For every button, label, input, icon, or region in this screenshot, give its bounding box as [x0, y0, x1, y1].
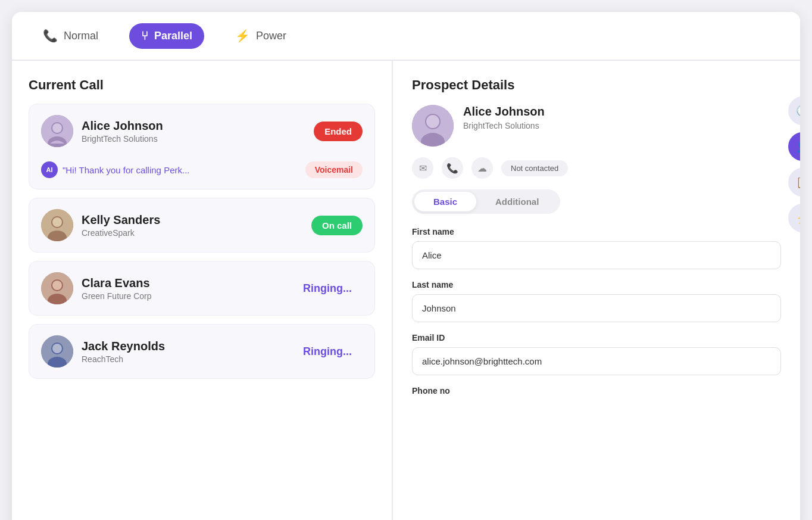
- voicemail-badge[interactable]: Voicemail: [305, 161, 363, 178]
- tab-additional[interactable]: Additional: [476, 192, 558, 211]
- call-card-kelly-main: Kelly Sanders CreativeSpark On call: [41, 209, 363, 241]
- call-card-jack-left: Jack Reynolds ReachTech: [41, 335, 165, 368]
- email-group: Email ID: [412, 333, 781, 375]
- sidebar-notes-icon[interactable]: 📋: [788, 168, 800, 197]
- contact-icons-row: ✉ 📞 ☁ Not contacted: [412, 157, 781, 179]
- prospect-info: Alice Johnson BrightTech Solutions: [463, 105, 545, 130]
- tab-power[interactable]: ⚡ Power: [223, 23, 298, 49]
- first-name-group: First name: [412, 227, 781, 269]
- kelly-company: CreativeSpark: [82, 228, 160, 238]
- clara-status-badge: Ringing...: [292, 278, 363, 300]
- tab-parallel-label: Parallel: [154, 30, 192, 42]
- avatar-clara: [41, 272, 73, 304]
- call-card-clara[interactable]: Clara Evans Green Future Corp Ringing...: [29, 261, 375, 316]
- kelly-info: Kelly Sanders CreativeSpark: [82, 213, 160, 238]
- call-card-alice-left: Alice Johnson BrightTech Solutions: [41, 115, 163, 147]
- ai-voicemail-row: AI "Hi! Thank you for calling Perk... Vo…: [41, 155, 363, 178]
- header-tabs: 📞 Normal ⑂ Parallel ⚡ Power: [12, 12, 800, 61]
- last-name-input[interactable]: [412, 294, 781, 322]
- jack-info: Jack Reynolds ReachTech: [82, 340, 165, 364]
- call-card-clara-main: Clara Evans Green Future Corp Ringing...: [41, 272, 363, 304]
- main-content: Current Call: [12, 61, 800, 520]
- ai-bubble: AI "Hi! Thank you for calling Perk...: [41, 161, 189, 178]
- avatar-jack: [41, 335, 73, 368]
- clara-company: Green Future Corp: [82, 291, 152, 301]
- sidebar-icons: 🕐 👤 📋 ⚡: [788, 96, 800, 232]
- ai-badge: AI: [41, 161, 58, 178]
- call-icon[interactable]: 📞: [442, 157, 463, 179]
- app-container: 📞 Normal ⑂ Parallel ⚡ Power Current Call: [12, 12, 800, 520]
- kelly-status-badge: On call: [311, 216, 363, 235]
- svg-point-15: [52, 344, 62, 353]
- right-panel: Prospect Details Alice Johnson BrightTec…: [393, 61, 800, 520]
- call-card-alice-main: Alice Johnson BrightTech Solutions Ended: [41, 115, 363, 147]
- prospect-avatar: [412, 105, 454, 147]
- clara-info: Clara Evans Green Future Corp: [82, 276, 152, 301]
- svg-point-7: [52, 217, 62, 227]
- svg-point-19: [426, 115, 439, 128]
- alice-info: Alice Johnson BrightTech Solutions: [82, 119, 163, 144]
- sidebar-clock-icon[interactable]: 🕐: [788, 96, 800, 125]
- call-card-kelly[interactable]: Kelly Sanders CreativeSpark On call: [29, 198, 375, 253]
- jack-status-badge: Ringing...: [292, 341, 363, 363]
- sidebar-power-icon[interactable]: ⚡: [788, 204, 800, 232]
- first-name-label: First name: [412, 227, 781, 236]
- clara-name: Clara Evans: [82, 276, 152, 290]
- left-panel: Current Call: [12, 61, 393, 520]
- first-name-input[interactable]: [412, 241, 781, 269]
- tab-power-label: Power: [256, 30, 286, 42]
- avatar-kelly: [41, 209, 73, 241]
- ai-text: "Hi! Thank you for calling Perk...: [63, 165, 189, 175]
- svg-point-3: [52, 123, 62, 133]
- prospect-details-title: Prospect Details: [412, 77, 781, 93]
- parallel-icon: ⑂: [141, 29, 148, 43]
- svg-point-11: [52, 281, 62, 290]
- sidebar-contact-icon[interactable]: 👤: [788, 132, 800, 161]
- jack-name: Jack Reynolds: [82, 340, 165, 353]
- prospect-profile: Alice Johnson BrightTech Solutions: [412, 105, 781, 147]
- jack-company: ReachTech: [82, 354, 165, 364]
- prospect-company: BrightTech Solutions: [463, 121, 545, 130]
- email-icon[interactable]: ✉: [412, 157, 433, 179]
- tab-basic[interactable]: Basic: [414, 192, 476, 211]
- call-card-alice[interactable]: Alice Johnson BrightTech Solutions Ended…: [29, 104, 375, 189]
- call-card-jack[interactable]: Jack Reynolds ReachTech Ringing...: [29, 324, 375, 379]
- tab-normal-label: Normal: [64, 30, 98, 42]
- tab-normal[interactable]: 📞 Normal: [31, 23, 110, 49]
- detail-tabs: Basic Additional: [412, 189, 560, 214]
- call-card-clara-left: Clara Evans Green Future Corp: [41, 272, 152, 304]
- avatar-alice: [41, 115, 73, 147]
- email-label: Email ID: [412, 333, 781, 342]
- prospect-name: Alice Johnson: [463, 105, 545, 119]
- alice-company: BrightTech Solutions: [82, 134, 163, 144]
- alice-name: Alice Johnson: [82, 119, 163, 133]
- tab-parallel[interactable]: ⑂ Parallel: [129, 23, 204, 49]
- email-input[interactable]: [412, 347, 781, 375]
- power-icon: ⚡: [235, 29, 250, 43]
- phone-label: Phone no: [412, 386, 781, 396]
- last-name-label: Last name: [412, 280, 781, 289]
- last-name-group: Last name: [412, 280, 781, 322]
- phone-icon: 📞: [43, 29, 58, 43]
- not-contacted-badge: Not contacted: [501, 160, 568, 176]
- phone-group: Phone no: [412, 386, 781, 396]
- current-call-title: Current Call: [29, 77, 375, 93]
- kelly-name: Kelly Sanders: [82, 213, 160, 227]
- call-card-jack-main: Jack Reynolds ReachTech Ringing...: [41, 335, 363, 368]
- cloud-icon[interactable]: ☁: [471, 157, 493, 179]
- alice-status-badge: Ended: [314, 122, 363, 141]
- call-card-kelly-left: Kelly Sanders CreativeSpark: [41, 209, 160, 241]
